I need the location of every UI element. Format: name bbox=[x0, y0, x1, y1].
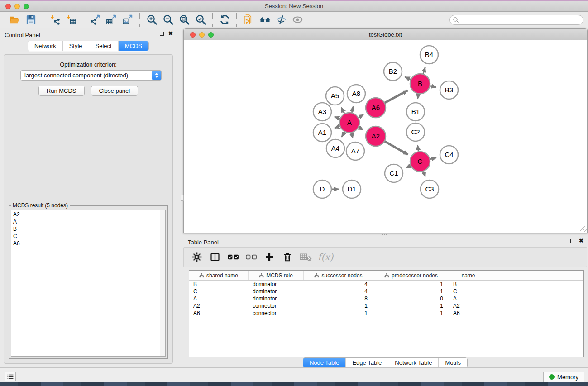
unselect-all-button[interactable] bbox=[244, 249, 259, 265]
tab-select[interactable]: Select bbox=[89, 41, 118, 51]
table-cell[interactable]: 1 bbox=[373, 281, 449, 288]
column-header-successor-nodes[interactable]: successor nodes bbox=[304, 271, 373, 280]
table-cell[interactable]: dominator bbox=[249, 281, 304, 288]
graph-node-A1[interactable]: A1 bbox=[313, 124, 331, 142]
first-neighbors-button[interactable] bbox=[257, 13, 273, 27]
column-header-MCDS-role[interactable]: MCDS role bbox=[249, 271, 304, 280]
tab-network[interactable]: Network bbox=[28, 41, 62, 51]
table-cell[interactable]: C bbox=[449, 288, 488, 295]
graph-node-A6[interactable]: A6 bbox=[366, 98, 386, 118]
close-panel-icon[interactable]: ✖ bbox=[168, 31, 173, 36]
run-mcds-button[interactable]: Run MCDS bbox=[38, 86, 85, 96]
zoom-in-button[interactable] bbox=[143, 13, 160, 27]
edge-A6-B[interactable] bbox=[383, 91, 408, 104]
table-cell[interactable]: A2 bbox=[449, 302, 488, 310]
graph-node-D[interactable]: D bbox=[313, 180, 331, 198]
graph-node-A2[interactable]: A2 bbox=[366, 126, 386, 146]
table-settings-button[interactable] bbox=[189, 249, 205, 265]
table-cell[interactable]: B bbox=[189, 281, 249, 288]
criterion-dropdown[interactable]: largest connected component (directed) bbox=[20, 70, 162, 81]
graph-node-B4[interactable]: B4 bbox=[420, 46, 438, 64]
table-cell[interactable]: 1 bbox=[373, 302, 449, 310]
select-all-button[interactable] bbox=[225, 249, 241, 265]
table-cell[interactable]: 4 bbox=[304, 281, 373, 288]
graph-node-A7[interactable]: A7 bbox=[346, 142, 364, 160]
import-table-button[interactable] bbox=[63, 13, 79, 27]
refresh-button[interactable] bbox=[216, 13, 233, 27]
table-cell[interactable]: 8 bbox=[304, 295, 373, 302]
graph-node-D1[interactable]: D1 bbox=[343, 180, 361, 198]
graph-node-A5[interactable]: A5 bbox=[326, 87, 344, 105]
graph-node-B[interactable]: B bbox=[410, 74, 430, 94]
zoom-out-button[interactable] bbox=[160, 13, 176, 27]
table-cell[interactable]: A6 bbox=[189, 310, 249, 317]
column-header-name[interactable]: name bbox=[449, 271, 488, 280]
mcds-result-item[interactable]: C bbox=[13, 233, 165, 240]
column-header-predecessor-nodes[interactable]: predecessor nodes bbox=[373, 271, 449, 280]
mcds-result-item[interactable]: A6 bbox=[13, 240, 165, 247]
table-cell[interactable]: 1 bbox=[373, 310, 449, 317]
table-cell[interactable]: A2 bbox=[189, 302, 249, 310]
graph-node-A8[interactable]: A8 bbox=[347, 85, 365, 103]
resize-handle[interactable] bbox=[580, 226, 587, 232]
show-columns-button[interactable] bbox=[207, 249, 223, 265]
show-panels-button[interactable] bbox=[5, 372, 16, 381]
show-all-button[interactable] bbox=[289, 13, 306, 27]
table-cell[interactable]: connector bbox=[249, 310, 304, 317]
new-network-from-file-button[interactable] bbox=[240, 13, 257, 27]
graph-node-A3[interactable]: A3 bbox=[313, 103, 331, 121]
table-cell[interactable]: A bbox=[449, 295, 488, 302]
tab-node-table[interactable]: Node Table bbox=[303, 358, 346, 367]
graph-node-B2[interactable]: B2 bbox=[384, 62, 402, 81]
export-image-button[interactable] bbox=[120, 13, 136, 27]
table-cell[interactable]: 0 bbox=[373, 295, 449, 302]
table-cell[interactable]: dominator bbox=[249, 288, 304, 295]
edge-A2-C[interactable] bbox=[383, 140, 408, 154]
function-builder-button[interactable]: f(x) bbox=[316, 252, 333, 262]
table-cell[interactable]: A6 bbox=[449, 310, 488, 317]
mcds-result-item[interactable]: A bbox=[13, 218, 165, 225]
graph-node-C3[interactable]: C3 bbox=[421, 180, 439, 198]
graph-node-C4[interactable]: C4 bbox=[440, 146, 458, 164]
tab-motifs[interactable]: Motifs bbox=[438, 358, 467, 367]
mcds-result-item[interactable]: A2 bbox=[13, 211, 165, 218]
graph-node-C1[interactable]: C1 bbox=[385, 164, 403, 182]
delete-column-button[interactable] bbox=[280, 249, 295, 265]
tab-mcds[interactable]: MCDS bbox=[118, 41, 148, 51]
close-panel-button[interactable]: Close panel bbox=[91, 86, 139, 96]
graph-node-C[interactable]: C bbox=[410, 152, 430, 172]
close-table-panel-icon[interactable]: ✖ bbox=[579, 238, 583, 243]
memory-button[interactable]: Memory bbox=[543, 372, 584, 382]
network-canvas[interactable]: AA1A2A3A4A5A6A7A8BB1B2B3B4CC1C2C3C4DD1 bbox=[184, 40, 587, 232]
tab-network-table[interactable]: Network Table bbox=[388, 358, 438, 367]
save-session-button[interactable] bbox=[23, 13, 39, 27]
graph-node-C2[interactable]: C2 bbox=[406, 123, 425, 141]
add-column-button[interactable] bbox=[262, 249, 277, 265]
zoom-selected-button[interactable] bbox=[192, 13, 209, 27]
tab-edge-table[interactable]: Edge Table bbox=[345, 358, 388, 367]
float-table-panel-icon[interactable] bbox=[570, 239, 574, 243]
table-cell[interactable]: C bbox=[189, 288, 249, 295]
table-cell[interactable]: dominator bbox=[249, 295, 304, 302]
table-cell[interactable]: 1 bbox=[304, 302, 373, 310]
table-cell[interactable]: 4 bbox=[304, 288, 373, 295]
table-cell[interactable]: 1 bbox=[304, 310, 373, 317]
table-cell[interactable]: B bbox=[449, 281, 488, 288]
column-header-shared-name[interactable]: shared name bbox=[189, 271, 249, 280]
hide-selected-button[interactable] bbox=[273, 13, 289, 27]
graph-node-B1[interactable]: B1 bbox=[406, 103, 425, 121]
float-panel-icon[interactable] bbox=[160, 32, 164, 36]
open-file-button[interactable] bbox=[6, 13, 23, 27]
zoom-fit-button[interactable] bbox=[176, 13, 192, 27]
result-list-scrollbar[interactable] bbox=[160, 210, 165, 356]
table-cell[interactable]: A bbox=[189, 295, 249, 302]
table-cell[interactable]: connector bbox=[249, 302, 304, 310]
search-input[interactable] bbox=[449, 15, 583, 25]
tab-style[interactable]: Style bbox=[62, 41, 89, 51]
graph-node-B3[interactable]: B3 bbox=[440, 81, 458, 99]
graph-node-A4[interactable]: A4 bbox=[326, 139, 344, 157]
network-window-titlebar[interactable]: testGlobe.txt bbox=[184, 29, 587, 40]
table-cell[interactable]: 1 bbox=[373, 288, 449, 295]
import-network-button[interactable] bbox=[47, 13, 63, 27]
export-table-button[interactable] bbox=[103, 13, 120, 27]
